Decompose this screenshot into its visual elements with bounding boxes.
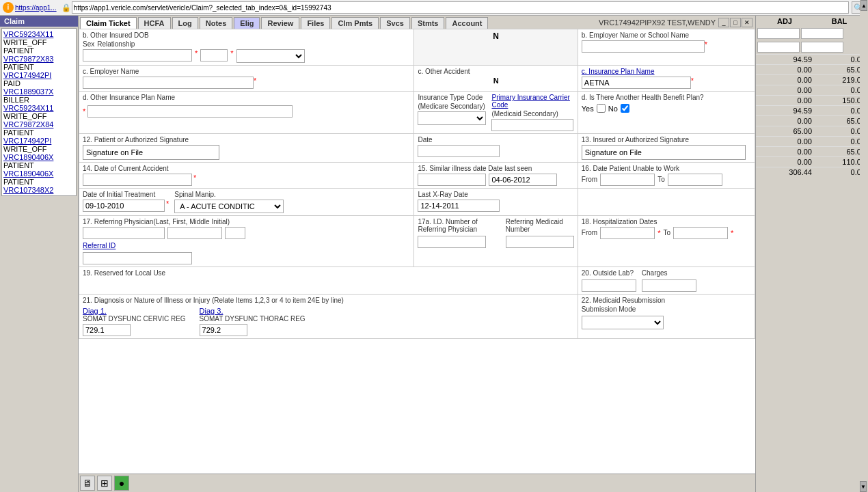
diag3-link[interactable]: Diag 3.: [200, 307, 223, 315]
employer-name-input[interactable]: [83, 77, 254, 89]
diag1-link[interactable]: Diag 1.: [83, 307, 107, 315]
tab-clm-pmts[interactable]: Clm Pmts: [331, 17, 379, 29]
sidebar-item-vrc79872x83[interactable]: VRC79872X83: [3, 55, 74, 63]
last-seen-input[interactable]: [489, 174, 557, 186]
label-sex: Sex: [83, 40, 94, 48]
green-circle-btn[interactable]: ●: [114, 476, 129, 491]
tab-stmts[interactable]: Stmts: [411, 17, 445, 29]
label-medicaid-resubmission: 22. Medicaid Resubmission: [582, 297, 751, 304]
similar-illness-input[interactable]: [418, 174, 486, 186]
sidebar-item-vrc59234x11-1[interactable]: VRC59234X11: [3, 30, 74, 38]
url-bar[interactable]: [72, 1, 849, 14]
sidebar-item-vrc1890406x-1[interactable]: VRC1890406X: [3, 153, 74, 161]
outside-lab-input[interactable]: [582, 279, 636, 292]
monitor-icon-btn[interactable]: 🖥: [80, 476, 95, 491]
label-ins-type: Insurance Type Code: [418, 94, 486, 101]
adj-input-1[interactable]: [757, 28, 800, 39]
sex-required: *: [230, 49, 233, 63]
close-button[interactable]: ✕: [742, 18, 752, 27]
diag1-block: Diag 1. SOMAT DYSFUNC CERVIC REG: [83, 307, 186, 336]
bal-val-8: 0.00: [812, 107, 865, 115]
dob-sex-rel-inputs: * *: [83, 49, 410, 63]
scrollbar-v[interactable]: ▲ ▼: [860, 16, 868, 492]
patient-signature-box: Signature on File: [83, 145, 219, 160]
bal-val-14: 0.00: [812, 168, 865, 176]
sex-input[interactable]: [200, 49, 228, 62]
referring-last-input[interactable]: [83, 227, 165, 239]
hosp-from-input[interactable]: [600, 227, 655, 239]
carrier-code-input[interactable]: [491, 119, 573, 131]
unable-to-input[interactable]: [668, 174, 722, 186]
referral-id-input[interactable]: [83, 252, 192, 264]
bal-input-1[interactable]: [801, 28, 843, 39]
charges-input[interactable]: [642, 279, 696, 292]
spinal-manip-select[interactable]: A - ACUTE CONDITIC: [174, 200, 284, 213]
bal-input-2[interactable]: [801, 42, 843, 53]
adj-input-2[interactable]: [757, 42, 800, 53]
dob-input[interactable]: [83, 49, 192, 62]
sidebar-item-vrc1889037x[interactable]: VRC1889037X: [3, 87, 74, 96]
relationship-select[interactable]: [236, 49, 305, 63]
label-carrier-code[interactable]: Primary Insurance Carrier Code: [491, 94, 573, 109]
cell-employer: b. Employer Name or School Name *: [578, 29, 755, 66]
accident-date-input[interactable]: [83, 174, 192, 186]
tab-log[interactable]: Log: [172, 17, 198, 29]
17a-medicaid-row: 17a. I.D. Number of Referring Physician …: [418, 218, 573, 248]
hosp-to-input[interactable]: [673, 227, 728, 239]
date-input[interactable]: [418, 145, 500, 157]
minimize-button[interactable]: _: [718, 18, 729, 27]
referral-id-label[interactable]: Referral ID: [83, 242, 410, 249]
last-xray-input[interactable]: [418, 200, 500, 212]
referring-first-input[interactable]: [167, 227, 222, 239]
hosp-from-required: *: [657, 229, 660, 237]
browser-bar: i https://app1... 🔒 🔍: [0, 0, 868, 16]
sidebar-item-vrc174942pi-1[interactable]: VRC174942PI: [3, 71, 74, 79]
sidebar-item-paid: PAID: [3, 79, 74, 87]
ins-plan-input[interactable]: [582, 77, 691, 89]
scroll-down-btn[interactable]: ▼: [860, 481, 867, 492]
sidebar-item-vrc107348x2[interactable]: VRC107348X2: [3, 186, 74, 194]
accident-date-required: *: [193, 174, 196, 186]
diag1-code-input[interactable]: [83, 324, 131, 336]
tab-elig[interactable]: Elig: [234, 17, 260, 29]
tab-claim-ticket[interactable]: Claim Ticket: [80, 17, 137, 29]
similar-illness-inputs: [418, 174, 573, 186]
other-ins-plan-input[interactable]: [87, 105, 293, 118]
sidebar-item-vrc1890406x-2[interactable]: VRC1890406X: [3, 169, 74, 178]
cell-date: Date: [414, 134, 578, 163]
label-other-ins-plan: d. Other Insurance Plan Name: [83, 94, 410, 101]
tab-hcfa[interactable]: HCFA: [138, 17, 171, 29]
tab-account[interactable]: Account: [446, 17, 488, 29]
no-checkbox[interactable]: [621, 104, 629, 113]
cell-diagnosis: 21. Diagnosis or Nature of Illness or In…: [79, 295, 578, 339]
yes-checkbox[interactable]: [597, 104, 606, 113]
submission-mode-select[interactable]: [582, 316, 664, 329]
17a-input[interactable]: [418, 236, 486, 248]
initial-treatment-input[interactable]: [83, 200, 165, 212]
right-row-7: 0.00 150.00: [756, 95, 868, 105]
tab-files[interactable]: Files: [301, 17, 330, 29]
cell-ins-plan-name: c. Insurance Plan Name *: [578, 66, 755, 92]
label-c-accident: c. Other Accident: [418, 68, 573, 75]
sidebar-item-vrc174942pi-2[interactable]: VRC174942PI: [3, 137, 74, 145]
label-ins-plan-name[interactable]: c. Insurance Plan Name: [582, 68, 751, 75]
outside-lab-block: 20. Outside Lab?: [582, 269, 636, 292]
employer-input[interactable]: [582, 40, 705, 53]
referring-mi-input[interactable]: [225, 227, 245, 239]
bal-val-9: 65.00: [812, 117, 865, 125]
ins-type-select[interactable]: [418, 111, 486, 125]
tab-notes[interactable]: Notes: [200, 17, 233, 29]
medicaid-input[interactable]: [506, 236, 574, 248]
tab-svcs[interactable]: Svcs: [380, 17, 410, 29]
restore-button[interactable]: □: [730, 18, 741, 27]
tab-review[interactable]: Review: [261, 17, 299, 29]
other-ins-required: *: [83, 107, 85, 115]
sidebar-item-vrc59234x11-2[interactable]: VRC59234X11: [3, 104, 74, 112]
sidebar-item-patient-5: PATIENT: [3, 178, 74, 186]
referring-physician-inputs: [83, 227, 410, 239]
browser-url-left[interactable]: https://app1...: [15, 4, 57, 12]
unable-from-input[interactable]: [600, 174, 655, 186]
diag3-code-input[interactable]: [200, 324, 247, 336]
grid-icon-btn[interactable]: ⊞: [97, 476, 112, 491]
sidebar-item-vrc79872x84[interactable]: VRC79872X84: [3, 120, 74, 128]
